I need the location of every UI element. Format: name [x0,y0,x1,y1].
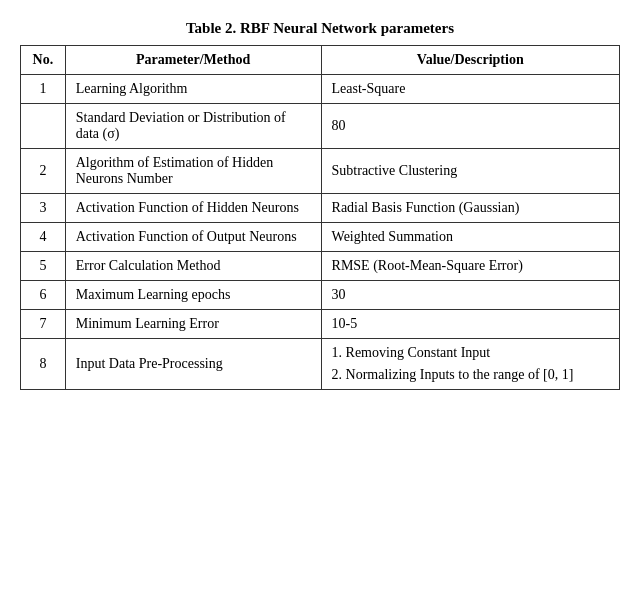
table-header-row: No. Parameter/Method Value/Description [21,46,620,75]
table-row: Standard Deviation or Distribution of da… [21,104,620,149]
row-value: Radial Basis Function (Gaussian) [321,194,619,223]
row-param: Algorithm of Estimation of Hidden Neuron… [65,149,321,194]
table-row: 3Activation Function of Hidden NeuronsRa… [21,194,620,223]
row-param: Input Data Pre-Processing [65,339,321,390]
row-param: Minimum Learning Error [65,310,321,339]
row-value: Subtractive Clustering [321,149,619,194]
main-container: Table 2. RBF Neural Network parameters N… [20,20,620,390]
row-number: 3 [21,194,66,223]
row-number: 5 [21,252,66,281]
row-value: Weighted Summation [321,223,619,252]
row-number [21,104,66,149]
row-number: 2 [21,149,66,194]
row-param: Activation Function of Hidden Neurons [65,194,321,223]
row-param: Maximum Learning epochs [65,281,321,310]
row-value: 1. Removing Constant Input2. Normalizing… [321,339,619,390]
row-number: 1 [21,75,66,104]
table-row: 5Error Calculation MethodRMSE (Root-Mean… [21,252,620,281]
row-param: Error Calculation Method [65,252,321,281]
header-no: No. [21,46,66,75]
row-number: 6 [21,281,66,310]
row-param: Activation Function of Output Neurons [65,223,321,252]
table-row: 7Minimum Learning Error10-5 [21,310,620,339]
row-param: Learning Algorithm [65,75,321,104]
row-value: 10-5 [321,310,619,339]
row-number: 4 [21,223,66,252]
row-value: 30 [321,281,619,310]
header-param: Parameter/Method [65,46,321,75]
row-number: 8 [21,339,66,390]
row-value: RMSE (Root-Mean-Square Error) [321,252,619,281]
table-row: 8Input Data Pre-Processing1. Removing Co… [21,339,620,390]
row-value: 80 [321,104,619,149]
rbf-parameters-table: No. Parameter/Method Value/Description 1… [20,45,620,390]
table-row: 1Learning AlgorithmLeast-Square [21,75,620,104]
table-row: 6Maximum Learning epochs30 [21,281,620,310]
row-number: 7 [21,310,66,339]
table-title: Table 2. RBF Neural Network parameters [20,20,620,37]
table-row: 4Activation Function of Output NeuronsWe… [21,223,620,252]
row-value: Least-Square [321,75,619,104]
row-param: Standard Deviation or Distribution of da… [65,104,321,149]
header-value: Value/Description [321,46,619,75]
table-row: 2Algorithm of Estimation of Hidden Neuro… [21,149,620,194]
